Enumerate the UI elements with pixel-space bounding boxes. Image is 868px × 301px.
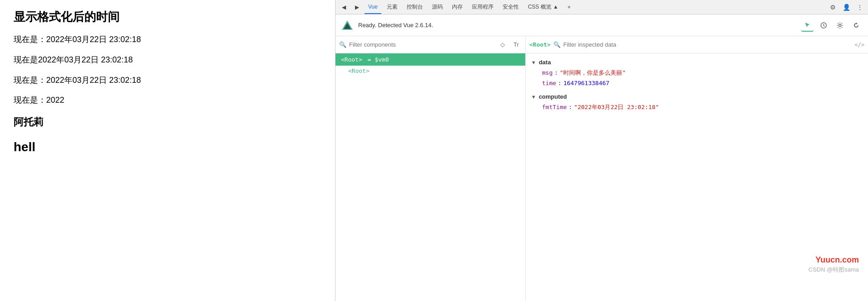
- timeline-icon: [820, 22, 827, 29]
- refresh-btn[interactable]: [850, 19, 863, 32]
- tab-more[interactable]: +: [564, 0, 574, 14]
- line-2: 现在是2022年03月22日 23:02:18: [14, 53, 321, 67]
- data-row-time: time : 1647961338467: [537, 78, 868, 88]
- vue-header-actions: [801, 19, 863, 32]
- settings-btn[interactable]: [834, 19, 846, 32]
- settings-icon[interactable]: ⚙: [827, 2, 838, 13]
- component-tree-list: <Root> = $vm0 <Root>: [336, 53, 525, 301]
- more-icon[interactable]: ⋮: [854, 2, 865, 13]
- tab-vue[interactable]: Vue: [364, 0, 381, 14]
- component-tree-panel: 🔍 ◇ Tr <Root> = $vm0 <Root>: [336, 36, 526, 301]
- user-icon[interactable]: 👤: [841, 2, 852, 13]
- vue-main-area: 🔍 ◇ Tr <Root> = $vm0 <Root> <Root> 🔍: [336, 36, 868, 301]
- line-4: 现在是：2022: [14, 94, 321, 107]
- component-tree-toolbar: 🔍 ◇ Tr: [336, 36, 525, 53]
- settings-gear-icon: [836, 22, 844, 29]
- computed-section-items: fmtTime : "2022年03月22日 23:02:18": [526, 102, 868, 113]
- filter-inspected-input[interactable]: [563, 41, 852, 48]
- tab-elements[interactable]: 元素: [383, 0, 401, 14]
- watermark-yuucn: Yuucn.com: [815, 255, 859, 265]
- select-icon: [804, 21, 811, 29]
- tree-item-root-selected[interactable]: <Root> = $vm0: [336, 53, 525, 66]
- data-row-fmttime: fmtTime : "2022年03月22日 23:02:18": [537, 102, 868, 113]
- watermark-area: Yuucn.com CSDN @特图sama: [526, 181, 868, 301]
- search-icon: 🔍: [339, 41, 346, 48]
- data-section-items: msg : "时间啊，你是多么美丽" time : 1647961338467: [526, 67, 868, 88]
- filter-components-input[interactable]: [349, 41, 494, 48]
- data-colon-2: :: [558, 80, 561, 86]
- inspector-toolbar: <Root> 🔍 </>: [526, 36, 868, 53]
- vue-logo-icon: [341, 19, 354, 32]
- tree-tag-root: <Root>: [341, 56, 362, 63]
- tab-sources[interactable]: 源码: [428, 0, 446, 14]
- inspect-component-btn[interactable]: [801, 19, 814, 32]
- tree-alias-vm0: = $vm0: [364, 56, 389, 63]
- data-key-msg: msg: [542, 69, 552, 76]
- code-icon[interactable]: </>: [854, 42, 864, 48]
- filter-btn[interactable]: Tr: [511, 39, 522, 50]
- computed-section-arrow: ▼: [531, 94, 536, 100]
- page-title: 显示格式化后的时间: [14, 9, 321, 25]
- devtools-panel: ◀ ▶ Vue 元素 控制台 源码 内存 应用程序 安全性 CSS 概览 ▲ +…: [335, 0, 868, 301]
- data-section-arrow: ▼: [531, 60, 536, 65]
- devtools-right-actions: ⚙ 👤 ⋮: [827, 2, 865, 13]
- data-section-label: data: [539, 59, 551, 66]
- data-value-msg: "时间啊，你是多么美丽": [560, 69, 626, 77]
- timeline-btn[interactable]: [817, 19, 830, 32]
- data-value-fmttime: "2022年03月22日 23:02:18": [574, 103, 659, 111]
- tab-application[interactable]: 应用程序: [468, 0, 497, 14]
- data-section-header[interactable]: ▼ data: [526, 57, 868, 67]
- tree-tag-root-child: <Root>: [348, 67, 369, 74]
- sort-btn[interactable]: ◇: [497, 39, 508, 50]
- data-key-fmttime: fmtTime: [542, 104, 567, 110]
- tab-console[interactable]: 控制台: [403, 0, 427, 14]
- watermark-csdn: CSDN @特图sama: [809, 266, 859, 274]
- vue-header: Ready. Detected Vue 2.6.14.: [336, 14, 868, 36]
- computed-section-header[interactable]: ▼ computed: [526, 91, 868, 102]
- filter-search-icon: 🔍: [553, 41, 561, 48]
- data-value-time: 1647961338467: [563, 80, 609, 86]
- tab-security[interactable]: 安全性: [499, 0, 523, 14]
- data-colon-3: :: [569, 104, 572, 110]
- line-5: 阿托莉: [14, 114, 321, 130]
- line-3: 现在是：2022年03月22日 23:02:18: [14, 74, 321, 87]
- tab-forward[interactable]: ▶: [351, 0, 363, 14]
- line-6: hell: [14, 137, 321, 158]
- tab-css[interactable]: CSS 概览 ▲: [524, 0, 562, 14]
- tab-memory[interactable]: 内存: [448, 0, 466, 14]
- data-key-time: time: [542, 80, 556, 86]
- computed-section-label: computed: [539, 93, 567, 100]
- vue-status: Ready. Detected Vue 2.6.14.: [358, 22, 801, 29]
- tree-item-root-child[interactable]: <Root>: [336, 66, 525, 76]
- data-colon-1: :: [554, 69, 558, 76]
- inspector-content: ▼ data msg : "时间啊，你是多么美丽" time : 1647961…: [526, 53, 868, 181]
- breadcrumb-tag: <Root>: [529, 41, 551, 48]
- left-content: 显示格式化后的时间 现在是：2022年03月22日 23:02:18 现在是20…: [0, 0, 335, 301]
- svg-point-3: [839, 24, 841, 26]
- devtools-tabbar: ◀ ▶ Vue 元素 控制台 源码 内存 应用程序 安全性 CSS 概览 ▲ +…: [336, 0, 868, 14]
- tab-back[interactable]: ◀: [338, 0, 350, 14]
- inspector-panel: <Root> 🔍 </> ▼ data msg : "时间啊，你是多么美丽": [526, 36, 868, 301]
- refresh-icon: [853, 22, 860, 29]
- line-1: 现在是：2022年03月22日 23:02:18: [14, 33, 321, 46]
- data-row-msg: msg : "时间啊，你是多么美丽": [537, 67, 868, 78]
